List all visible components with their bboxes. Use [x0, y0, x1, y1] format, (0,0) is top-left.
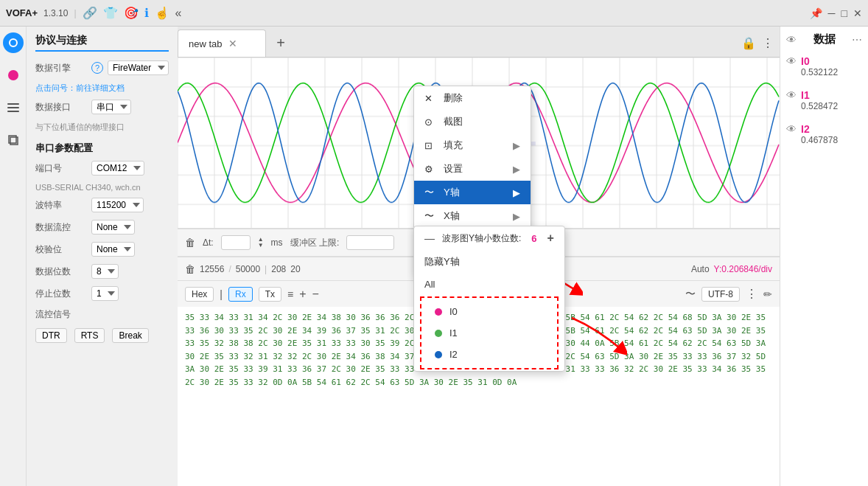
- data-engine-select-wrap[interactable]: FireWater: [108, 60, 169, 75]
- ctx-delete-label: 删除: [444, 91, 463, 105]
- yaxis-hide[interactable]: 隐藏Y轴: [414, 250, 564, 274]
- flow-label: 数据流控: [35, 221, 87, 234]
- parity-row: 校验位 None: [35, 242, 169, 257]
- app-name: VOFA+: [6, 7, 38, 18]
- flow-select[interactable]: None: [91, 220, 135, 235]
- pin-icon[interactable]: 📌: [810, 7, 822, 19]
- ch-i0-dot: [435, 308, 442, 316]
- panel-more-icon[interactable]: ⋯: [852, 34, 862, 46]
- right-panel-header: 👁 数据 ⋯: [786, 32, 862, 46]
- ctx-xaxis[interactable]: 〜 X轴 ▶: [414, 204, 531, 228]
- eye-i2[interactable]: 👁: [786, 123, 797, 135]
- rts-btn[interactable]: RTS: [74, 328, 105, 343]
- stop-bits-row: 停止位数 1: [35, 286, 169, 301]
- port-config-title: 串口参数配置: [35, 142, 169, 155]
- data-bits-label: 数据位数: [35, 265, 87, 278]
- help-btn[interactable]: ?: [91, 62, 103, 74]
- center-area: new tab ✕ + 🔒 ⋮ VOFA+ 🗑 Δt: 1 ▲ ▼: [178, 27, 780, 486]
- yaxis-icon: 〜: [424, 186, 436, 199]
- yaxis-all[interactable]: All: [414, 274, 564, 295]
- sidebar-icon-menu[interactable]: [3, 97, 24, 118]
- screenshot-icon: ⊙: [424, 117, 436, 128]
- ctx-fill[interactable]: ⊡ 填充 ▶: [414, 133, 531, 157]
- ctx-fill-label: 填充: [444, 139, 463, 152]
- main-layout: 协议与连接 数据引擎 ? FireWater 点击问号：前往详细文档 数据接口 …: [0, 27, 868, 486]
- eye-i0[interactable]: 👁: [786, 55, 797, 67]
- ch-name-i1: I1: [801, 89, 810, 101]
- plus-dec-btn[interactable]: +: [547, 232, 554, 245]
- ch-i0-label: I0: [449, 306, 458, 317]
- toolbar-icon-finger[interactable]: ☝: [155, 6, 169, 20]
- ctx-screenshot[interactable]: ⊙ 截图: [414, 110, 531, 133]
- ch-i1-label: I1: [449, 327, 458, 339]
- data-bits-select[interactable]: 8: [91, 264, 119, 279]
- minimize-btn[interactable]: ─: [828, 7, 836, 19]
- port-label: 端口号: [35, 162, 87, 175]
- right-panel-title: 数据: [813, 32, 836, 46]
- xaxis-arrow: ▶: [513, 211, 520, 222]
- ctx-delete[interactable]: ✕ 删除: [414, 86, 531, 110]
- data-interface-label: 数据接口: [35, 101, 87, 114]
- toolbar-icon-more[interactable]: «: [175, 7, 182, 20]
- stop-bits-select[interactable]: 1: [91, 286, 119, 301]
- channel-i2-header: 👁 I2: [786, 123, 862, 135]
- yaxis-submenu: — 波形图Y轴小数位数: 6 + 隐藏Y轴 All I0: [413, 226, 565, 372]
- decimal-value: 6: [531, 233, 536, 244]
- baud-select[interactable]: 115200: [91, 198, 144, 212]
- fill-icon: ⊡: [424, 140, 436, 151]
- toolbar-icon-info[interactable]: ℹ: [144, 6, 149, 20]
- data-interface-note: 与下位机通信的物理接口: [35, 122, 169, 133]
- sidebar-icon-record[interactable]: [3, 65, 24, 86]
- settings-icon: ⚙: [424, 164, 436, 175]
- ctx-screenshot-label: 截图: [444, 115, 463, 128]
- dtr-btn[interactable]: DTR: [35, 328, 67, 343]
- data-interface-select[interactable]: 串口: [91, 100, 131, 114]
- sidebar-icons: [0, 27, 27, 486]
- channel-i0: 👁 I0 0.532122: [786, 55, 862, 77]
- fill-arrow: ▶: [513, 140, 520, 151]
- hide-label: 隐藏Y轴: [424, 255, 460, 268]
- ctx-yaxis-label: Y轴: [444, 186, 460, 199]
- data-engine-select[interactable]: FireWater: [108, 60, 169, 75]
- title-bar: VOFA+ 1.3.10 | 🔗 👕 🎯 ℹ ☝ « 📌 ─ □ ✕: [0, 0, 868, 27]
- ctx-settings[interactable]: ⚙ 设置 ▶: [414, 157, 531, 181]
- parity-select[interactable]: None: [91, 242, 135, 257]
- svg-point-0: [10, 39, 17, 46]
- maximize-btn[interactable]: □: [841, 7, 847, 19]
- break-btn[interactable]: Break: [112, 328, 148, 343]
- ctx-xaxis-label: X轴: [444, 209, 460, 223]
- yaxis-decimal: — 波形图Y轴小数位数: 6 +: [414, 226, 564, 250]
- delete-icon: ✕: [424, 93, 436, 104]
- xaxis-icon: 〜: [424, 209, 436, 223]
- eye-main-icon[interactable]: 👁: [786, 34, 797, 46]
- yaxis-ch-i0[interactable]: I0: [424, 301, 554, 322]
- right-panel: 👁 数据 ⋯ 👁 I0 0.532122 👁 I1 0.528472 👁 I2: [780, 27, 868, 486]
- ch-i2-label: I2: [449, 349, 458, 360]
- yaxis-ch-i1[interactable]: I1: [424, 322, 554, 344]
- close-btn[interactable]: ✕: [853, 7, 862, 19]
- app-version: 1.3.10: [43, 8, 68, 18]
- toolbar-icon-link[interactable]: 🔗: [83, 6, 97, 20]
- flow-signal-row: 流控信号: [35, 308, 169, 321]
- parity-label: 校验位: [35, 243, 87, 256]
- ch-i2-dot: [435, 351, 442, 358]
- help-link[interactable]: 点击问号：前往详细文档: [35, 83, 169, 94]
- toolbar-icon-shirt[interactable]: 👕: [103, 6, 118, 20]
- flow-row: 数据流控 None: [35, 220, 169, 235]
- ctx-yaxis[interactable]: 〜 Y轴 ▶: [414, 181, 531, 204]
- all-label: All: [424, 279, 435, 290]
- minus-dec-btn[interactable]: —: [424, 232, 435, 244]
- title-sep1: |: [74, 8, 76, 18]
- context-menu-overlay[interactable]: ✕ 删除 ⊙ 截图 ⊡ 填充 ▶ ⚙ 设置 ▶ 〜: [178, 27, 780, 486]
- yaxis-ch-i2[interactable]: I2: [424, 344, 554, 365]
- toolbar-icon-target[interactable]: 🎯: [124, 6, 139, 20]
- eye-i1[interactable]: 👁: [786, 89, 797, 101]
- baud-row: 波特率 115200: [35, 198, 169, 212]
- channel-i1: 👁 I1 0.528472: [786, 89, 862, 111]
- ctx-settings-label: 设置: [444, 162, 463, 176]
- sidebar-icon-copy[interactable]: [3, 130, 24, 150]
- sidebar-icon-connect[interactable]: [3, 32, 24, 53]
- ch-value-i0: 0.532122: [801, 67, 862, 77]
- port-select[interactable]: COM12: [91, 161, 144, 176]
- sidebar-main: 协议与连接 数据引擎 ? FireWater 点击问号：前往详细文档 数据接口 …: [27, 27, 178, 486]
